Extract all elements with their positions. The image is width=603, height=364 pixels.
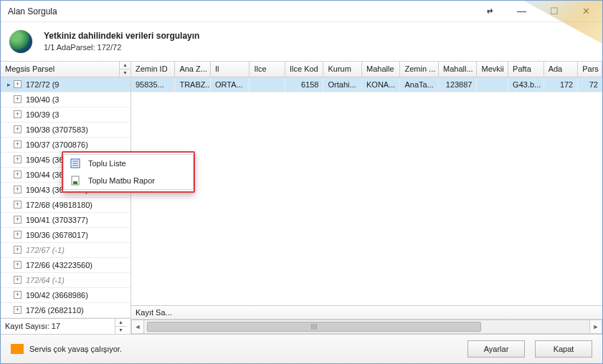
cell-pars: 72: [578, 77, 602, 92]
pin-button[interactable]: ⇄: [473, 1, 505, 21]
column-header[interactable]: Mahalle: [362, 62, 401, 77]
right-panel: Zemin IDAna Z...IlIlceIlce KodKurumMahal…: [131, 62, 602, 334]
column-header[interactable]: Pars: [578, 62, 602, 77]
cell-mahalle: KONA...: [362, 77, 401, 92]
expand-icon[interactable]: +: [14, 125, 22, 133]
status-bar: Servis çok yavaş çalışıyor. Ayarlar Kapa…: [1, 334, 602, 363]
left-rows: ▸+172/72 (9+190/40 (3+190/39 (3+190/38 (…: [1, 77, 130, 318]
summary-bar: Kayıt Sa...: [131, 305, 602, 320]
column-header[interactable]: Mevkii: [477, 62, 508, 77]
left-column-header[interactable]: Megsis Parsel ▲ ▼: [1, 62, 130, 77]
table-row[interactable]: +172/6 (2682110): [1, 303, 130, 318]
row-label: 190/39 (3: [26, 110, 128, 119]
column-header[interactable]: Pafta: [508, 62, 544, 77]
table-row[interactable]: +190/40 (3: [1, 92, 130, 107]
column-header[interactable]: Kurum: [323, 62, 362, 77]
context-menu: Toplu Liste Toplu Matbu Rapor: [62, 151, 195, 193]
report-icon: [70, 175, 81, 186]
cell-zemin-t: AnaTa...: [400, 77, 439, 92]
column-header[interactable]: Ilce Kod: [285, 62, 324, 77]
column-header[interactable]: Zemin ...: [400, 62, 439, 77]
title-bar: Alan Sorgula ⇄ — ☐ ✕: [1, 1, 602, 22]
header-title: Yetkiniz dahilindeki verileri sorgulayın: [44, 31, 199, 41]
row-marker-icon: ▸: [4, 81, 14, 88]
close-button[interactable]: Kapat: [535, 340, 592, 358]
expand-icon[interactable]: +: [14, 246, 22, 254]
column-header[interactable]: Il: [211, 62, 250, 77]
expand-icon[interactable]: +: [14, 231, 22, 239]
table-row[interactable]: +190/38 (3707583): [1, 123, 130, 138]
expand-icon[interactable]: +: [14, 171, 22, 178]
scroll-right-icon[interactable]: ►: [589, 320, 602, 334]
column-header[interactable]: Mahall...: [439, 62, 478, 77]
expand-icon[interactable]: +: [14, 155, 22, 163]
menu-item-toplu-liste[interactable]: Toplu Liste: [64, 155, 193, 172]
scroll-thumb[interactable]: [147, 322, 481, 332]
spin-up-icon[interactable]: ▲: [120, 62, 130, 70]
row-label: 190/42 (3668986): [26, 291, 128, 300]
horizontal-scrollbar[interactable]: ◄ ►: [131, 320, 602, 334]
row-label: 172/66 (43223560): [26, 261, 128, 269]
cell-ana-z: TRABZ...: [175, 77, 211, 92]
svg-rect-5: [73, 181, 77, 184]
footer-spin-up-icon[interactable]: ▲: [115, 319, 126, 327]
row-label: 172/6 (2682110): [26, 306, 128, 315]
cell-kurum: Ortahi...: [323, 77, 362, 92]
spin-down-icon[interactable]: ▼: [120, 70, 130, 77]
expand-icon[interactable]: +: [14, 140, 22, 148]
expand-icon[interactable]: +: [14, 291, 22, 299]
header-subtitle: 1/1 AdaParsel: 172/72: [44, 43, 199, 52]
expand-icon[interactable]: +: [14, 201, 22, 209]
row-label: 190/37 (3700876): [26, 140, 128, 149]
menu-item-toplu-rapor[interactable]: Toplu Matbu Rapor: [64, 172, 193, 189]
left-panel: Megsis Parsel ▲ ▼ ▸+172/72 (9+190/40 (3+…: [1, 62, 131, 334]
scroll-track[interactable]: [144, 320, 589, 334]
cell-ilce-kod: 6158: [285, 77, 324, 92]
expand-icon[interactable]: +: [14, 80, 22, 88]
scroll-left-icon[interactable]: ◄: [131, 320, 144, 334]
left-header-label: Megsis Parsel: [1, 64, 119, 73]
content-area: Megsis Parsel ▲ ▼ ▸+172/72 (9+190/40 (3+…: [1, 61, 602, 334]
expand-icon[interactable]: +: [14, 216, 22, 224]
right-body: 95835... TRABZ... ORTA... 6158 Ortahi...…: [131, 77, 602, 305]
expand-icon[interactable]: +: [14, 306, 22, 314]
cell-mahalle-id: 123887: [439, 77, 478, 92]
table-row[interactable]: +172/68 (49818180): [1, 198, 130, 213]
expand-icon[interactable]: +: [14, 110, 22, 118]
right-column-headers: Zemin IDAna Z...IlIlceIlce KodKurumMahal…: [131, 62, 602, 77]
table-row[interactable]: +190/41 (3703377): [1, 213, 130, 228]
expand-icon[interactable]: +: [14, 95, 22, 103]
record-count-value: 17: [52, 322, 60, 330]
footer-spin-down-icon[interactable]: ▼: [115, 327, 126, 334]
expand-icon[interactable]: +: [14, 186, 22, 193]
column-header[interactable]: Ilce: [250, 62, 285, 77]
row-label: 172/67 (-1): [26, 246, 128, 254]
column-header[interactable]: Ana Z...: [175, 62, 211, 77]
window: Alan Sorgula ⇄ — ☐ ✕ Yetkiniz dahilindek…: [0, 0, 603, 364]
row-label: 190/40 (3: [26, 95, 128, 104]
cell-mevkii: [477, 77, 508, 92]
window-title: Alan Sorgula: [8, 6, 57, 16]
table-row[interactable]: ▸+172/72 (9: [1, 77, 130, 92]
column-header[interactable]: Zemin ID: [131, 62, 175, 77]
cell-zemin-id: 95835...: [131, 77, 175, 92]
table-row[interactable]: +172/66 (43223560): [1, 258, 130, 273]
table-row[interactable]: +190/39 (3: [1, 107, 130, 123]
row-label: 172/72 (9: [26, 80, 128, 89]
settings-button[interactable]: Ayarlar: [467, 340, 525, 358]
expand-icon[interactable]: +: [14, 276, 22, 284]
table-row[interactable]: +190/37 (3700876): [1, 138, 130, 153]
cell-ilce: [250, 77, 285, 92]
column-header[interactable]: Ada: [544, 62, 579, 77]
table-row[interactable]: +172/64 (-1): [1, 273, 130, 288]
table-row[interactable]: +190/36 (3678017): [1, 228, 130, 243]
row-label: 172/64 (-1): [26, 276, 128, 284]
thumb-grip-icon: [311, 324, 316, 330]
table-row[interactable]: +172/67 (-1): [1, 243, 130, 258]
table-row[interactable]: +190/42 (3668986): [1, 288, 130, 303]
expand-icon[interactable]: +: [14, 261, 22, 269]
row-label: 172/68 (49818180): [26, 201, 128, 209]
cell-ada: 172: [544, 77, 579, 92]
footer-spin: ▲ ▼: [115, 319, 126, 334]
detail-row[interactable]: 95835... TRABZ... ORTA... 6158 Ortahi...…: [131, 77, 602, 92]
